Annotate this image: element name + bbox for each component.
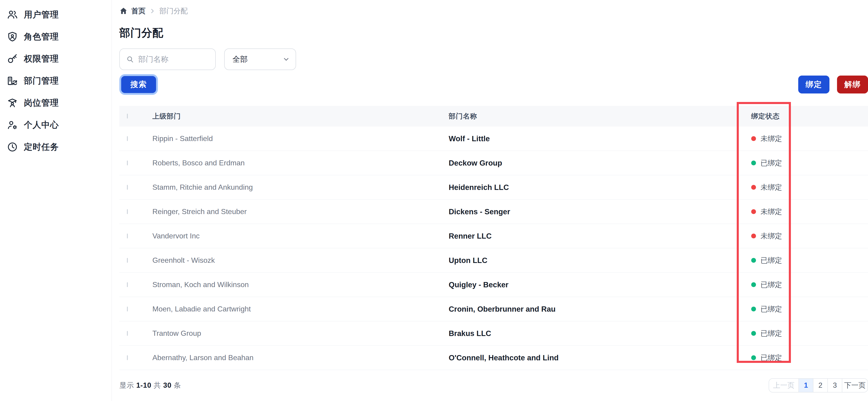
row-checkbox[interactable] (127, 307, 128, 311)
sidebar-item-permissions[interactable]: 权限管理 (0, 48, 112, 70)
department-name-cell: Renner LLC (449, 232, 749, 240)
page-button-3[interactable]: 3 (827, 379, 842, 392)
parent-department-cell: Stroman, Koch and Wilkinson (152, 280, 449, 289)
pager: 上一页 123下一页 (769, 378, 868, 393)
bulk-actions: 绑定 解绑 (798, 76, 868, 93)
row-checkbox[interactable] (127, 234, 128, 238)
parent-department-cell: Roberts, Bosco and Erdman (152, 159, 449, 167)
sidebar-item-tasks[interactable]: 定时任务 (0, 136, 112, 158)
main-content: 首页 部门分配 部门分配 全部 搜索 绑定 解绑 (112, 0, 868, 401)
row-checkbox[interactable] (127, 136, 128, 141)
status-label: 已绑定 (761, 158, 782, 168)
breadcrumb: 首页 部门分配 (119, 6, 868, 16)
row-checkbox[interactable] (127, 282, 128, 287)
binding-status-cell: 未绑定 (749, 231, 868, 241)
status-dot-icon (751, 161, 756, 165)
parent-department-cell: Reinger, Streich and Steuber (152, 207, 449, 216)
page-title: 部门分配 (119, 26, 868, 40)
row-checkbox[interactable] (127, 331, 128, 336)
table-row: Roberts, Bosco and ErdmanDeckow Group已绑定 (119, 151, 868, 175)
status-label: 已绑定 (761, 256, 782, 265)
shield-user-icon (7, 31, 18, 42)
table-header-row: 上级部门 部门名称 绑定状态 (119, 106, 868, 126)
table-row: Greenholt - WisozkUpton LLC已绑定 (119, 248, 868, 273)
binding-status-cell: 未绑定 (749, 207, 868, 217)
department-name-cell: Cronin, Oberbrunner and Rau (449, 305, 749, 314)
pagination-bar: 显示 1-10 共 30 条 上一页 123下一页 (119, 378, 868, 393)
table-row: Stroman, Koch and WilkinsonQuigley - Bec… (119, 273, 868, 297)
binding-status-cell: 已绑定 (749, 280, 868, 290)
status-label: 已绑定 (761, 353, 782, 363)
sidebar-item-label: 用户管理 (24, 9, 59, 21)
sidebar-item-label: 权限管理 (24, 53, 59, 64)
status-dot-icon (751, 234, 756, 238)
department-name-cell: Brakus LLC (449, 329, 749, 338)
select-all-checkbox[interactable] (127, 114, 128, 118)
status-dot-icon (751, 136, 756, 141)
row-checkbox[interactable] (127, 185, 128, 190)
page-button-2[interactable]: 2 (813, 379, 827, 392)
table-row: Moen, Labadie and CartwrightCronin, Ober… (119, 297, 868, 321)
status-dot-icon (751, 307, 756, 311)
department-icon (7, 75, 18, 86)
breadcrumb-home-link[interactable]: 首页 (131, 6, 146, 16)
pagination-total: 30 (163, 381, 172, 389)
table-row: Vandervort IncRenner LLC未绑定 (119, 224, 868, 248)
status-dot-icon (751, 185, 756, 190)
status-label: 未绑定 (761, 231, 782, 241)
parent-department-cell: Vandervort Inc (152, 232, 449, 240)
status-dot-icon (751, 355, 756, 360)
page-button-1[interactable]: 1 (799, 379, 813, 392)
sidebar-item-label: 岗位管理 (24, 97, 59, 109)
graduate-icon (7, 97, 18, 108)
pagination-summary: 显示 1-10 共 30 条 (119, 380, 181, 390)
key-icon (7, 53, 18, 64)
status-dot-icon (751, 258, 756, 263)
status-label: 未绑定 (761, 182, 782, 192)
search-button[interactable]: 搜索 (121, 76, 156, 93)
table-body: Rippin - SatterfieldWolf - Little未绑定Robe… (119, 126, 868, 370)
sidebar-item-positions[interactable]: 岗位管理 (0, 92, 112, 114)
select-value: 全部 (232, 54, 248, 64)
unbind-button[interactable]: 解绑 (837, 76, 868, 93)
action-row: 搜索 绑定 解绑 (119, 76, 868, 93)
department-name-cell: Quigley - Becker (449, 280, 749, 289)
column-header-status: 绑定状态 (749, 112, 868, 121)
search-icon (126, 55, 134, 63)
search-input[interactable] (138, 55, 210, 64)
sidebar-item-label: 部门管理 (24, 75, 59, 87)
sidebar-menu: 用户管理角色管理权限管理部门管理岗位管理个人中心定时任务 (0, 4, 112, 158)
department-name-search-field[interactable] (119, 49, 216, 70)
sidebar-item-users[interactable]: 用户管理 (0, 4, 112, 26)
departments-table: 上级部门 部门名称 绑定状态 Rippin - SatterfieldWolf … (119, 106, 868, 370)
parent-department-cell: Rippin - Satterfield (152, 134, 449, 143)
binding-status-cell: 已绑定 (749, 353, 868, 363)
status-label: 已绑定 (761, 304, 782, 314)
department-name-cell: O'Connell, Heathcote and Lind (449, 353, 749, 362)
binding-status-cell: 已绑定 (749, 328, 868, 338)
bind-button[interactable]: 绑定 (798, 76, 830, 93)
column-header-parent: 上级部门 (152, 112, 449, 121)
sidebar-item-profile[interactable]: 个人中心 (0, 114, 112, 136)
sidebar-item-departments[interactable]: 部门管理 (0, 70, 112, 92)
parent-department-cell: Abernathy, Larson and Beahan (152, 353, 449, 362)
sidebar-item-roles[interactable]: 角色管理 (0, 26, 112, 48)
row-checkbox[interactable] (127, 209, 128, 214)
breadcrumb-current: 部门分配 (159, 6, 188, 16)
status-dot-icon (751, 331, 756, 336)
clock-icon (7, 141, 18, 152)
sidebar-item-label: 个人中心 (24, 119, 59, 131)
row-checkbox[interactable] (127, 258, 128, 263)
home-icon[interactable] (119, 7, 128, 15)
prev-page-button[interactable]: 上一页 (769, 379, 799, 392)
row-checkbox[interactable] (127, 355, 128, 360)
status-filter-select[interactable]: 全部 (224, 49, 296, 70)
status-label: 已绑定 (761, 328, 782, 338)
next-page-button[interactable]: 下一页 (842, 379, 868, 392)
table-row: Trantow GroupBrakus LLC已绑定 (119, 321, 868, 346)
department-name-cell: Upton LLC (449, 256, 749, 265)
parent-department-cell: Moen, Labadie and Cartwright (152, 305, 449, 313)
department-name-cell: Heidenreich LLC (449, 183, 749, 192)
department-name-cell: Wolf - Little (449, 134, 749, 143)
row-checkbox[interactable] (127, 161, 128, 165)
